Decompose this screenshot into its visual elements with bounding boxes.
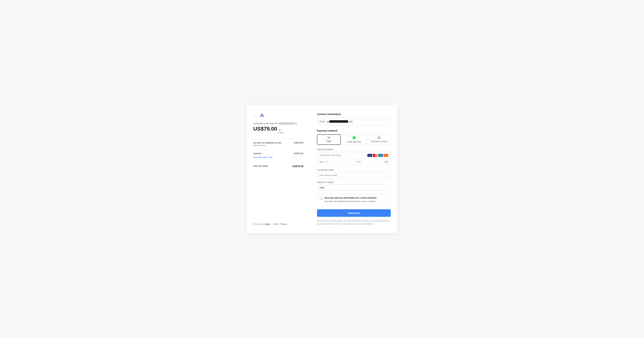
terms-link[interactable]: Terms (273, 223, 279, 225)
payment-method-title: Payment method (317, 129, 391, 132)
footer: Powered by stripe | Terms Privacy (253, 216, 304, 225)
card-number-row[interactable]: VISA ●● AM DI (317, 152, 390, 159)
right-panel: Contact information Email Payment method… (310, 105, 398, 233)
save-info-box: Securely save my information for 1-click… (317, 194, 391, 205)
tab-card-label: Card (326, 140, 331, 143)
svg-point-2 (262, 115, 264, 117)
tab-bank[interactable]: US bank account (368, 135, 391, 145)
powered-by: Powered by stripe (253, 223, 270, 225)
svg-rect-7 (378, 137, 378, 139)
country-label: Country or region (317, 181, 391, 183)
svg-marker-11 (378, 137, 380, 137)
price-period: permonth (278, 129, 284, 134)
add-promotion-code-link[interactable]: Add promotion code (253, 156, 304, 159)
country-select[interactable]: India United States United Kingdom Canad… (317, 184, 391, 191)
country-select-wrapper: India United States United Kingdom Canad… (317, 184, 391, 191)
card-expiry[interactable] (317, 159, 354, 165)
card-number-input[interactable] (320, 154, 368, 157)
price-amount: US$79.00 (253, 126, 277, 132)
svg-rect-10 (378, 139, 380, 139)
amex-icon: AM (378, 154, 383, 157)
svg-point-0 (261, 114, 263, 115)
email-label: Email (320, 120, 327, 123)
card-cvc-input[interactable] (356, 161, 385, 163)
left-panel: ← Subscribe to pro plan for b████a US$79… (246, 105, 310, 233)
save-info-checkbox[interactable] (320, 197, 322, 199)
svg-rect-8 (379, 137, 379, 139)
confirm-text: By confirming your subscription, you all… (317, 219, 391, 225)
tab-bank-label: US bank account (371, 140, 388, 143)
card-cvc[interactable]: ▪▪▪ (354, 159, 391, 165)
cvc-icon: ▪▪▪ (384, 161, 388, 163)
card-brands: VISA ●● AM DI (368, 154, 388, 157)
card-icon (327, 137, 330, 139)
card-expiry-cvc-row: ▪▪▪ (317, 159, 390, 165)
tab-cashapp[interactable]: $ Cash App Pay (342, 135, 366, 145)
back-button[interactable]: ← (253, 113, 258, 118)
mastercard-icon: ●● (373, 154, 378, 157)
subtotal-row: Subtotal US$79.00 (253, 152, 304, 155)
email-field[interactable] (327, 120, 388, 123)
plan-line-item: pro plan for buildship-nuc1ka Billed mon… (253, 142, 304, 147)
cashapp-icon: $ (352, 136, 356, 140)
email-input-group[interactable]: Email (317, 118, 391, 125)
total-row: Total due today US$79.00 (253, 163, 304, 168)
privacy-link[interactable]: Privacy (280, 223, 286, 225)
tab-cashapp-label: Cash App Pay (347, 141, 361, 143)
card-info-title: Card information (317, 148, 391, 151)
subscribe-button[interactable]: Subscribe (317, 209, 391, 217)
svg-point-1 (260, 115, 262, 117)
tab-card[interactable]: Card (317, 135, 340, 145)
card-expiry-input[interactable] (320, 161, 352, 163)
cardholder-label: Cardholder name (317, 169, 391, 171)
card-input-box: VISA ●● AM DI ▪▪▪ (317, 152, 391, 165)
svg-text:$: $ (354, 137, 354, 139)
save-info-desc: Pay faster on BuildShip and everywhere L… (324, 200, 376, 202)
subscribe-title: Subscribe to pro plan for b████a (253, 122, 304, 125)
svg-rect-9 (380, 137, 380, 139)
visa-icon: VISA (368, 154, 372, 157)
cardholder-input[interactable] (317, 172, 391, 178)
save-info-title: Securely save my information for 1-click… (324, 196, 376, 199)
payment-tabs: Card $ Cash App Pay US bank account (317, 135, 391, 145)
discover-icon: DI (384, 154, 388, 157)
app-logo (260, 113, 264, 117)
bank-icon (378, 136, 380, 140)
contact-info-title: Contact information (317, 113, 391, 116)
svg-rect-4 (327, 137, 330, 138)
stripe-label: stripe (264, 223, 270, 225)
